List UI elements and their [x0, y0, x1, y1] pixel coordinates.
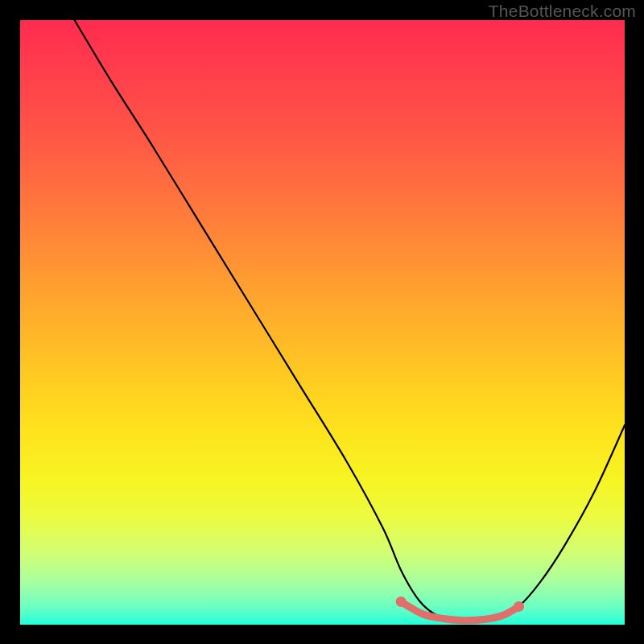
chart-stage: TheBottleneck.com [0, 0, 644, 644]
watermark-text: TheBottleneck.com [489, 2, 636, 21]
right-dot [514, 601, 524, 612]
series-highlight-green-zone [401, 601, 518, 620]
left-dot [396, 597, 407, 607]
chart-svg [20, 20, 625, 625]
series-bottleneck-curve [75, 20, 625, 621]
